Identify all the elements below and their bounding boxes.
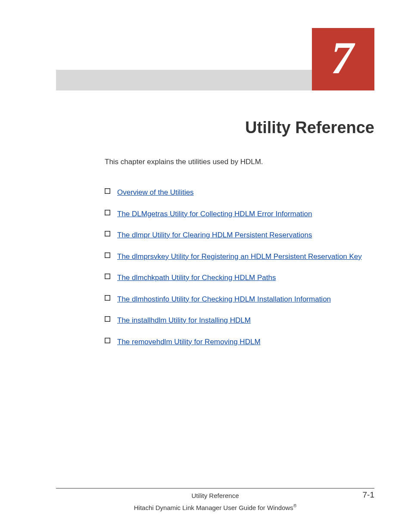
toc-item: The dlmprsvkey Utility for Registering a… [105, 251, 374, 262]
toc-item: The dlmhostinfo Utility for Checking HDL… [105, 294, 374, 305]
registered-mark: ® [293, 504, 296, 508]
toc-link-overview[interactable]: Overview of the Utilities [117, 187, 194, 198]
toc-link-removehdlm[interactable]: The removehdlm Utility for Removing HDLM [117, 336, 261, 348]
toc-item: The dlmpr Utility for Clearing HDLM Pers… [105, 230, 374, 241]
toc-link-dlmprsvkey[interactable]: The dlmprsvkey Utility for Registering a… [117, 251, 362, 262]
toc-item: The dlmchkpath Utility for Checking HDLM… [105, 272, 374, 283]
bullet-box-icon [105, 188, 110, 194]
svg-rect-6 [105, 317, 110, 321]
chapter-number: 7 [331, 35, 355, 84]
bullet-box-icon [105, 316, 110, 322]
bullet-box-icon [105, 231, 110, 236]
bullet-box-icon [105, 274, 110, 279]
svg-rect-5 [105, 295, 110, 300]
svg-rect-1 [105, 210, 110, 215]
footer-book-prefix: Hitachi Dynamic Link Manager User Guide … [134, 504, 293, 511]
page-footer: Utility Reference 7-1 Hitachi Dynamic Li… [56, 488, 374, 511]
svg-rect-2 [105, 231, 110, 236]
page: 7 Utility Reference This chapter explain… [0, 0, 411, 532]
svg-rect-0 [105, 189, 110, 193]
toc-item: Overview of the Utilities [105, 187, 374, 198]
footer-page-number: 7-1 [363, 490, 374, 500]
footer-row: Utility Reference 7-1 [56, 492, 374, 499]
toc-link-dlmgetras[interactable]: The DLMgetras Utility for Collecting HDL… [117, 208, 312, 220]
toc-list: Overview of the Utilities The DLMgetras … [105, 177, 374, 347]
toc-link-dlmchkpath[interactable]: The dlmchkpath Utility for Checking HDLM… [117, 272, 276, 283]
svg-rect-3 [105, 252, 110, 257]
chapter-banner: 7 [56, 28, 374, 90]
toc-item: The removehdlm Utility for Removing HDLM [105, 336, 374, 348]
bullet-box-icon [105, 210, 110, 215]
footer-book-title: Hitachi Dynamic Link Manager User Guide … [56, 504, 374, 511]
svg-rect-4 [105, 274, 110, 279]
toc-link-installhdlm[interactable]: The installhdlm Utility for Installing H… [117, 315, 251, 326]
footer-section: Utility Reference [191, 492, 239, 499]
footer-rule [56, 488, 374, 488]
bullet-box-icon [105, 252, 110, 258]
toc-link-dlmpr[interactable]: The dlmpr Utility for Clearing HDLM Pers… [117, 230, 312, 241]
bullet-box-icon [105, 295, 110, 301]
toc-item: The installhdlm Utility for Installing H… [105, 315, 374, 326]
toc-item: The DLMgetras Utility for Collecting HDL… [105, 208, 374, 220]
chapter-title: Utility Reference [245, 118, 374, 137]
svg-rect-7 [105, 338, 110, 342]
bullet-box-icon [105, 338, 110, 343]
toc-link-dlmhostinfo[interactable]: The dlmhostinfo Utility for Checking HDL… [117, 294, 331, 305]
banner-red-block: 7 [312, 28, 374, 90]
intro-paragraph: This chapter explains the utilities used… [105, 158, 263, 166]
